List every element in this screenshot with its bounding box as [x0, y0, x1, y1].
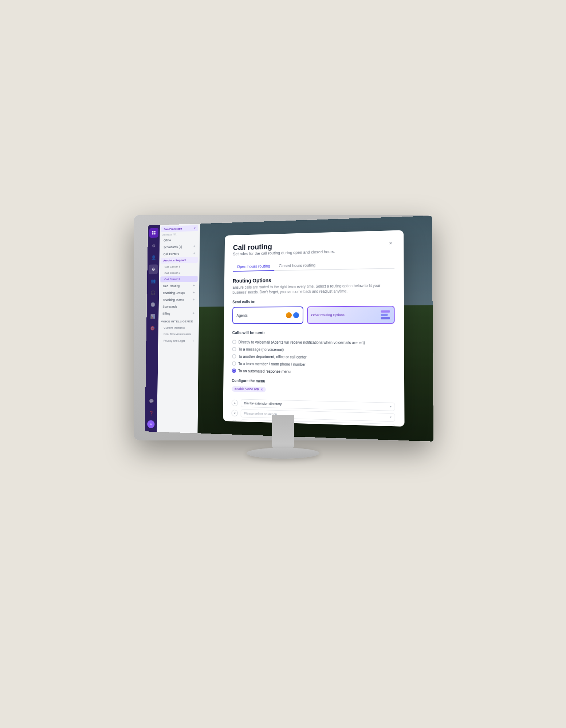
sidebar-item-coaching-groups[interactable]: Coaching Groups +	[160, 289, 198, 296]
agents-label: Agents	[236, 313, 247, 317]
monitor-bezel: ⚙ 👤 ⚙ 👥 🎧 🕐 📊 🎯 💬 ❓ A San Franc	[134, 215, 432, 440]
sidebar-item-coaching-teams[interactable]: Coaching Teams +	[160, 296, 197, 303]
menu-select-3-chevron: ▾	[390, 426, 392, 427]
menu-select-2-chevron: ▾	[390, 415, 392, 419]
calls-sent-title: Calls will be sent:	[232, 331, 395, 335]
sc2-label: Scorecards	[163, 305, 177, 308]
modal-header: Call routing Set rules for the call rout…	[233, 239, 394, 261]
sidebar-item-scorecards2[interactable]: Scorecards	[160, 303, 197, 310]
billing-add-icon[interactable]: +	[193, 311, 195, 315]
menu-number-1: 1	[232, 399, 238, 406]
routing-options-section: Routing Options Ensure calls are routed …	[232, 276, 395, 324]
privacy-label: Privacy and Legal	[164, 339, 185, 343]
cm-label: Custom Moments	[164, 326, 185, 329]
radio-voicemail[interactable]: Directly to voicemail (Agents will recei…	[232, 339, 395, 347]
menu-number-3: 3	[231, 420, 238, 427]
radio-voicemail-label: Directly to voicemail (Agents will recei…	[239, 340, 365, 345]
sidebar-item-scorecards[interactable]: Scorecards (2) +	[161, 243, 198, 250]
location-dropdown[interactable]: San Francisco ▾	[161, 225, 198, 233]
tab-closed-hours[interactable]: Closed hours routing	[274, 261, 320, 271]
modal-overlay: Call routing Set rules for the call rout…	[197, 216, 433, 442]
call-centers-add-icon[interactable]: +	[193, 252, 196, 256]
cg-add-icon[interactable]: +	[193, 290, 195, 294]
nav-icon-settings2[interactable]: ⚙	[149, 264, 158, 274]
ivr-tag-close-button[interactable]: ×	[261, 387, 263, 391]
svg-rect-3	[154, 233, 156, 234]
radio-automated-circle	[232, 368, 236, 373]
sidebar-item-call-center-3[interactable]: Call Center 3	[160, 276, 197, 282]
monitor-stand-neck	[272, 415, 294, 448]
sidebar-item-geo-routing[interactable]: Geo. Routing +	[160, 282, 198, 289]
main-content: Call routing Set rules for the call rout…	[197, 216, 433, 442]
radio-automated[interactable]: To an automated response menu	[232, 367, 395, 377]
nav-icon-target[interactable]: 🎯	[148, 323, 157, 333]
ivr-tag: Enable Voice IVR ×	[232, 386, 266, 392]
calls-sent-section: Calls will be sent: Directly to voicemai…	[232, 331, 395, 377]
nav-icon-team[interactable]: 👥	[148, 276, 158, 286]
nav-icon-chat[interactable]: 💬	[146, 396, 156, 406]
app-container: ⚙ 👤 ⚙ 👥 🎧 🕐 📊 🎯 💬 ❓ A San Franc	[145, 216, 434, 442]
svg-rect-0	[152, 231, 154, 233]
logo-icon[interactable]	[149, 228, 159, 238]
monitor-wrapper: ⚙ 👤 ⚙ 👥 🎧 🕐 📊 🎯 💬 ❓ A San Franc	[119, 215, 447, 491]
call-centers-label: Call Centers	[164, 252, 179, 256]
sidebar-item-call-center-1[interactable]: Call Center 1	[161, 263, 198, 270]
modal-close-button[interactable]: ×	[387, 239, 394, 247]
sidebar-item-billing[interactable]: Billing +	[160, 310, 197, 317]
sidebar-item-call-centers[interactable]: Call Centers +	[161, 250, 198, 258]
radio-automated-label: To an automated response menu	[238, 369, 291, 373]
other-routing-card[interactable]: Other Routing Options	[307, 306, 394, 324]
scorecards-add-icon[interactable]: +	[193, 244, 196, 248]
geo-add-icon[interactable]: +	[193, 284, 195, 288]
agents-routing-card[interactable]: Agents	[232, 306, 303, 324]
office-label: Office	[164, 238, 171, 242]
menu-select-1-chevron: ▾	[390, 405, 392, 408]
rta-label: Real Time Assist cards	[164, 332, 191, 336]
menu-item-1: 1 Dial by extension directory ▾	[232, 399, 395, 411]
menu-select-1[interactable]: Dial by extension directory ▾	[241, 399, 395, 411]
nav-icon-chart[interactable]: 📊	[148, 312, 157, 321]
nav-icon-headset[interactable]: 🎧	[148, 288, 158, 298]
radio-message-label: To a message (no voicemail)	[238, 347, 284, 352]
geo-label: Geo. Routing	[163, 284, 180, 288]
routing-options-cards: Agents Other Rou	[232, 306, 395, 324]
sidebar-item-custom-moments[interactable]: Custom Moments	[160, 325, 197, 331]
sidebar-item-office[interactable]: Office	[161, 236, 198, 244]
nav-icon-settings[interactable]: ⚙	[149, 241, 158, 251]
ivr-tag-label: Enable Voice IVR	[235, 387, 259, 391]
ct-label: Coaching Teams	[163, 298, 184, 301]
other-routing-icon	[381, 310, 390, 320]
sidebar-item-aerolabs[interactable]: Aerolabs Support	[161, 257, 198, 264]
nav-icon-user[interactable]: 👤	[149, 253, 158, 262]
scorecards-label: Scorecards (2)	[164, 245, 182, 249]
agent-avatar-2	[293, 312, 299, 318]
sidebar-item-privacy[interactable]: Privacy and Legal +	[160, 337, 197, 344]
cc2-label: Call Center 2	[164, 271, 180, 274]
radio-team-member-label: To a team member / room phone / number	[238, 361, 306, 366]
configure-menu-title: Configure the menu	[232, 379, 395, 385]
modal-tabs: Open hours routing Closed hours routing	[233, 259, 394, 272]
call-routing-modal: Call routing Set rules for the call rout…	[223, 230, 404, 427]
agents-icon-group	[286, 312, 299, 318]
ct-add-icon[interactable]: +	[193, 298, 195, 302]
menu-select-1-value: Dial by extension directory	[244, 401, 282, 406]
routing-options-desc: Ensure calls are routed to the right tea…	[232, 283, 394, 295]
billing-label: Billing	[162, 312, 170, 315]
monitor-stand-base	[247, 448, 319, 459]
nav-icon-profile[interactable]: A	[147, 420, 154, 428]
tab-open-hours[interactable]: Open hours routing	[233, 262, 274, 272]
voice-intel-header: Voice Intelligence	[158, 317, 199, 325]
svg-rect-1	[154, 231, 156, 233]
configure-menu-section: Configure the menu Enable Voice IVR ×	[231, 379, 395, 427]
cg-label: Coaching Groups	[163, 291, 185, 294]
radio-department-circle	[232, 354, 236, 359]
cc3-label: Call Center 3	[164, 277, 180, 281]
nav-icon-help[interactable]: ❓	[146, 408, 156, 418]
radio-department-label: To another department, office or call ce…	[238, 355, 306, 359]
nav-icon-clock[interactable]: 🕐	[148, 300, 157, 309]
privacy-add-icon[interactable]: +	[192, 339, 194, 343]
sidebar-item-rta[interactable]: Real Time Assist cards	[160, 331, 197, 337]
sidebar-item-call-center-2[interactable]: Call Center 2	[161, 269, 198, 276]
send-calls-label: Send calls to:	[232, 298, 394, 304]
radio-message-circle	[232, 347, 236, 351]
